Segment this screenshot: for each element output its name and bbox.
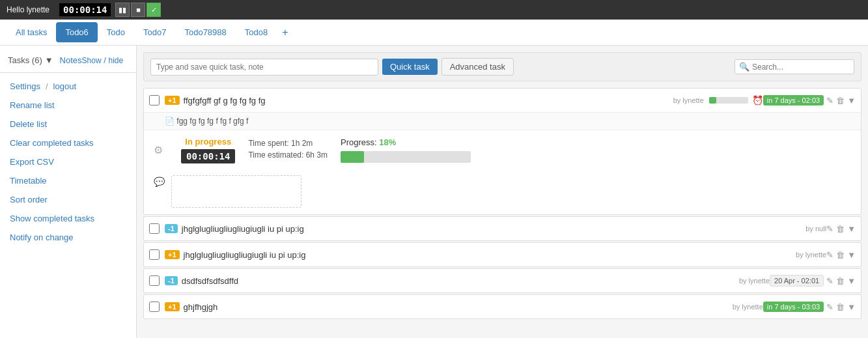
task-author: by lynette [673,96,704,104]
task-name: jhglglugliugliugliugiugli iu pi up:ig [184,250,793,260]
notes-input-area[interactable] [171,175,301,208]
progress-pct: 18% [379,137,396,147]
task-due-date: 20 Apr - 02:01 [770,275,824,287]
notes-hide-link[interactable]: hide [108,56,123,65]
search-input[interactable] [752,63,850,72]
time-estimated: Time estimated: 6h 3m [248,150,328,160]
move-down-icon[interactable]: ▼ [847,96,856,106]
notify-on-change-link[interactable]: Notify on change [0,228,136,247]
task-item: +1 ffgfgfgff gf g fg fg fg fg by lynette… [143,88,861,215]
task-progress-bar-small [709,97,748,104]
task-checkbox[interactable] [149,223,160,234]
notes-links: NotesShow / hide [60,55,124,65]
settings-link[interactable]: Settings [10,81,40,91]
task-name: ghjfhgjgh [184,302,730,312]
edit-icon[interactable]: ✎ [826,302,833,312]
move-down-icon[interactable]: ▼ [847,302,856,312]
move-down-icon[interactable]: ▼ [847,250,856,260]
priority-badge: +1 [165,96,180,105]
task-name: dsdfsdfsdfsdffd [182,276,736,286]
task-header: -1 dsdfsdfsdfsdffd by lynette 20 Apr - 0… [144,269,861,292]
logout-link[interactable]: logout [53,81,76,91]
progress-bar-container [341,151,471,163]
tab-todo6[interactable]: Todo6 [56,22,97,42]
clock-icon[interactable]: ⏰ [752,95,763,106]
notes-show-link[interactable]: Show [82,56,102,65]
status-timer: 00:00:14 [181,149,235,163]
timetable-link[interactable]: Timetable [0,171,136,190]
advanced-task-button[interactable]: Advanced task [441,58,514,76]
progress-fill [709,97,716,104]
edit-icon[interactable]: ✎ [826,250,833,260]
edit-icon[interactable]: ✎ [826,276,833,286]
check-button[interactable]: ✓ [147,3,161,17]
caret-icon: ▼ [45,55,53,65]
tab-todo8[interactable]: Todo8 [236,22,277,42]
task-checkbox[interactable] [149,95,160,106]
task-header: -1 jhglglugliugliugliugiugli iu pi up:ig… [144,217,861,240]
quick-task-button[interactable]: Quick task [382,59,438,75]
stop-button[interactable]: ■ [131,3,145,17]
edit-icon[interactable]: ✎ [826,96,833,106]
priority-badge: +1 [165,250,180,259]
tab-all-tasks[interactable]: All tasks [7,22,56,42]
task-status-box: In progress 00:00:14 [181,137,235,163]
main-area: Tasks (6) ▼ NotesShow / hide Settings / … [0,46,868,338]
task-header: +1 ghjfhgjgh by lynette in 7 days - 03:0… [144,295,861,318]
sort-order-link[interactable]: Sort order [0,190,136,209]
add-tab-button[interactable]: + [277,27,293,38]
priority-badge: -1 [165,224,178,233]
task-item: +1 ghjfhgjgh by lynette in 7 days - 03:0… [143,294,861,319]
delete-icon[interactable]: 🗑 [836,96,845,106]
pause-button[interactable]: ▮▮ [115,3,130,17]
task-due-badge: in 7 days - 03:03 [763,302,824,312]
task-actions: ✎ 🗑 ▼ [826,224,856,234]
task-checkbox[interactable] [149,275,160,286]
tab-bar: All tasks Todo6 Todo Todo7 Todo78988 Tod… [0,20,868,46]
sidebar-divider [0,72,136,73]
top-nav: Hello lynette 00:00:14 ▮▮ ■ ✓ [0,0,868,20]
export-csv-link[interactable]: Export CSV [0,152,136,171]
task-progress-section: ⚙ In progress 00:00:14 Time spent: 1h 2m… [144,130,861,170]
task-subtitle: 📄 fgg fg fg fg f fg f gfg f [144,113,861,130]
task-author: by null [805,225,826,232]
tab-todo7[interactable]: Todo7 [134,22,175,42]
tab-todo[interactable]: Todo [98,22,134,42]
priority-badge: +1 [165,302,180,311]
task-checkbox[interactable] [149,302,160,312]
delete-list-link[interactable]: Delete list [0,115,136,134]
tab-todo78988[interactable]: Todo78988 [175,22,235,42]
delete-icon[interactable]: 🗑 [836,250,845,260]
rename-list-link[interactable]: Rename list [0,96,136,115]
quick-task-input[interactable] [150,59,378,76]
move-down-icon[interactable]: ▼ [847,224,856,234]
task-checkbox[interactable] [149,249,160,260]
task-actions: ✎ 🗑 ▼ [826,250,856,260]
delete-icon[interactable]: 🗑 [836,224,845,234]
search-icon: 🔍 [739,62,749,72]
progress-label: Progress: 18% [341,137,851,147]
move-down-icon[interactable]: ▼ [847,276,856,286]
clear-completed-link[interactable]: Clear completed tasks [0,134,136,152]
task-due-badge: in 7 days - 02:03 [763,95,824,106]
app-container: Hello lynette 00:00:14 ▮▮ ■ ✓ All tasks … [0,0,868,338]
delete-icon[interactable]: 🗑 [836,276,845,286]
delete-icon[interactable]: 🗑 [836,302,845,312]
task-actions: in 7 days - 03:03 ✎ 🗑 ▼ [763,302,856,312]
quick-task-bar: Quick task Advanced task 🔍 [143,52,861,81]
task-author: by lynette [739,277,770,285]
task-actions: 20 Apr - 02:01 ✎ 🗑 ▼ [770,275,856,287]
comment-icon: 💬 [154,176,165,187]
task-header: +1 ffgfgfgff gf g fg fg fg fg by lynette… [144,89,861,112]
task-actions: in 7 days - 02:03 ✎ 🗑 ▼ [763,95,856,106]
gear-icon[interactable]: ⚙ [154,144,163,156]
tasks-count-label: Tasks (6) [8,55,42,65]
task-header: +1 jhglglugliugliugliugiugli iu pi up:ig… [144,243,861,266]
task-notes-section: 💬 [144,170,861,214]
sidebar: Tasks (6) ▼ NotesShow / hide Settings / … [0,46,137,338]
show-completed-link[interactable]: Show completed tasks [0,209,136,228]
edit-icon[interactable]: ✎ [826,224,833,234]
slash-separator: / [46,81,48,91]
progress-bar-fill [341,151,364,163]
sidebar-settings-logout: Settings / logout [0,77,136,96]
